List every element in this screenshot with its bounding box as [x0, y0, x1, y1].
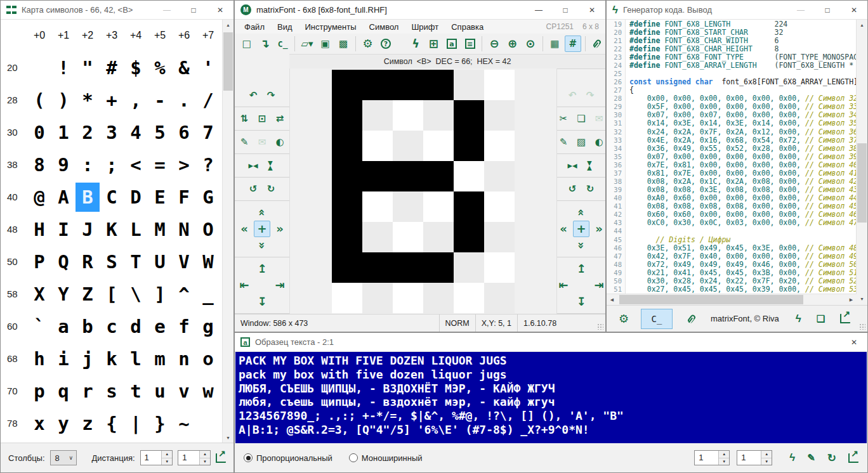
char-cell[interactable]: 9 — [51, 150, 76, 179]
language-c-button[interactable]: C_ — [641, 309, 673, 329]
align-right-button[interactable]: ⇥ — [272, 277, 288, 294]
spin-up-icon[interactable]: ▲ — [719, 451, 729, 458]
char-cell[interactable]: 8 — [27, 150, 51, 179]
distance-x-stepper[interactable]: 1 ▲▼ — [140, 450, 173, 465]
spin-down-icon[interactable]: ▼ — [719, 458, 729, 465]
shift-up-button[interactable]: « — [254, 204, 270, 221]
char-cell[interactable]: h — [27, 344, 51, 373]
flip-vertical-button[interactable]: ▸◂ — [582, 157, 598, 174]
glyph-pixel[interactable] — [454, 70, 484, 100]
char-cell[interactable]: i — [51, 344, 76, 373]
glyph-pixel[interactable] — [454, 191, 484, 222]
link-chars-button[interactable] — [589, 36, 605, 52]
export-image-button[interactable]: ▨ — [573, 134, 589, 150]
char-cell[interactable]: k — [100, 344, 124, 373]
scroll-left-icon[interactable]: ◀ — [607, 294, 617, 305]
radio-monospaced[interactable]: Моноширинный — [349, 453, 423, 463]
menu-Шрифт[interactable]: Шрифт — [405, 21, 444, 33]
glyph-pixel[interactable] — [423, 283, 454, 313]
char-cell[interactable]: < — [124, 150, 148, 179]
char-cell[interactable]: : — [76, 150, 100, 179]
char-cell[interactable]: e — [148, 312, 172, 341]
shift-up-button[interactable]: « — [573, 204, 589, 221]
char-cell[interactable]: w — [196, 377, 220, 406]
glyph-pixel[interactable] — [454, 252, 484, 283]
spin-up-icon[interactable]: ▲ — [162, 451, 172, 458]
align-left-button[interactable]: ⇤ — [555, 277, 572, 294]
export-button[interactable] — [840, 314, 850, 323]
menu-Файл[interactable]: Файл — [239, 21, 270, 33]
scrollbar-thumb[interactable] — [619, 295, 803, 304]
export-button[interactable] — [216, 453, 226, 463]
glyph-pixel[interactable] — [393, 283, 423, 313]
align-right-button[interactable]: ⇥ — [591, 277, 607, 294]
glyph-pixel[interactable] — [423, 161, 454, 191]
rotate-cw-button[interactable]: ↻ — [263, 181, 279, 197]
glyph-pixel[interactable] — [484, 191, 515, 222]
char-cell[interactable]: R — [76, 247, 100, 276]
char-cell[interactable] — [27, 53, 51, 82]
char-map-window-button[interactable]: ⊞ — [426, 36, 442, 52]
flip-vertical-button[interactable]: ▸◂ — [263, 157, 279, 174]
char-cell[interactable]: T — [124, 247, 148, 276]
scroll-up-icon[interactable]: ▲ — [857, 20, 867, 30]
char-cell[interactable]: . — [172, 86, 196, 115]
glyph-pixel[interactable] — [362, 252, 393, 283]
glyph-canvas[interactable] — [289, 68, 557, 314]
char-cell[interactable]: ] — [148, 280, 172, 309]
toggle-grid-button[interactable]: # — [565, 36, 581, 52]
shift-right-button[interactable]: » — [591, 221, 607, 237]
char-cell[interactable]: D — [124, 183, 148, 212]
rotate-cw-button[interactable]: ↻ — [582, 181, 598, 197]
char-cell[interactable]: C — [100, 183, 124, 212]
shift-left-button[interactable]: « — [236, 221, 253, 237]
char-cell[interactable]: X — [27, 280, 51, 309]
menu-Справка[interactable]: Справка — [445, 21, 489, 33]
char-cell[interactable]: ^ — [172, 280, 196, 309]
scroll-down-icon[interactable]: ▼ — [223, 432, 233, 443]
char-cell[interactable]: I — [51, 215, 76, 244]
recent-files-button[interactable]: ▱▾ — [299, 36, 315, 52]
preview-button[interactable]: ▦ — [547, 36, 563, 52]
char-cell[interactable]: H — [27, 215, 51, 244]
generate-button[interactable]: ϟ — [789, 451, 795, 464]
char-cell[interactable]: 3 — [100, 118, 124, 147]
zoom-in-button[interactable]: ⊕ — [504, 36, 520, 52]
char-cell[interactable]: x — [27, 409, 51, 438]
text-sample-window-button[interactable]: a — [444, 36, 459, 52]
char-cell[interactable]: , — [124, 86, 148, 115]
glyph-pixel[interactable] — [362, 70, 393, 100]
char-cell[interactable]: s — [100, 377, 124, 406]
char-cell[interactable]: / — [196, 86, 220, 115]
char-cell[interactable]: o — [196, 344, 220, 373]
spin-down-icon[interactable]: ▼ — [200, 458, 210, 465]
glyph-pixel[interactable] — [454, 131, 484, 161]
move-button[interactable]: + — [573, 221, 589, 237]
shift-down-button[interactable]: » — [573, 237, 589, 254]
char-cell[interactable]: & — [172, 53, 196, 82]
settings-button[interactable]: ⚙ — [360, 36, 376, 52]
invert-button[interactable]: ◐ — [272, 134, 288, 150]
close-button[interactable]: ✕ — [841, 333, 867, 351]
code-horizontal-scrollbar[interactable]: ◀ ▶ — [607, 294, 857, 305]
glyph-pixel[interactable] — [454, 161, 484, 191]
char-cell[interactable]: P — [27, 247, 51, 276]
glyph-pixel[interactable] — [362, 161, 393, 191]
char-cell[interactable]: L — [124, 215, 148, 244]
menu-Вид[interactable]: Вид — [272, 21, 298, 33]
glyph-pixel[interactable] — [423, 252, 454, 283]
code-vertical-scrollbar[interactable]: ▲ ▼ — [856, 20, 867, 304]
glyph-pixel[interactable] — [362, 191, 393, 222]
sample-spacing-y-stepper[interactable]: 1 ▲▼ — [737, 450, 772, 465]
settings-button[interactable]: ⚙ — [615, 311, 632, 327]
glyph-pixel[interactable] — [484, 283, 515, 313]
char-cell[interactable]: c — [100, 312, 124, 341]
glyph-pixel[interactable] — [454, 283, 484, 313]
generate-code-button[interactable]: ϟ — [796, 313, 801, 325]
char-cell[interactable]: $ — [124, 53, 148, 82]
glyph-pixel[interactable] — [423, 191, 454, 222]
char-cell[interactable]: \ — [124, 280, 148, 309]
align-left-button[interactable]: ⇤ — [236, 277, 253, 294]
close-button[interactable]: ✕ — [579, 1, 605, 19]
paste-button[interactable]: ✉ — [591, 110, 607, 127]
